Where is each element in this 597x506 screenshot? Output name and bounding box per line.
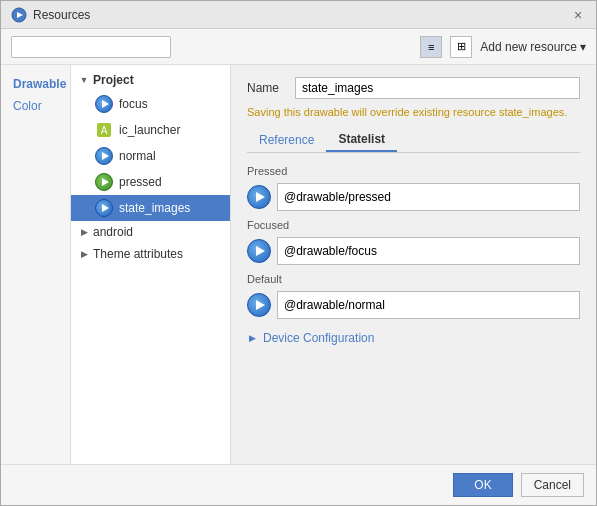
dialog-title: Resources (33, 8, 90, 22)
tabs: Reference Statelist (247, 128, 580, 153)
resources-icon (11, 7, 27, 23)
play-triangle-icon (102, 178, 109, 186)
list-view-button[interactable]: ≡ (420, 36, 442, 58)
default-input[interactable] (277, 291, 580, 319)
tree-theme-header[interactable]: ▶ Theme attributes (71, 243, 230, 265)
default-label: Default (247, 273, 580, 285)
tree-item-label: pressed (119, 175, 162, 189)
tree-item-state-images[interactable]: state_images (71, 195, 230, 221)
close-button[interactable]: × (570, 7, 586, 23)
tree-item-label: state_images (119, 201, 190, 215)
dialog-footer: OK Cancel (1, 464, 596, 505)
toolbar: ≡ ⊞ Add new resource ▾ (1, 29, 596, 65)
pressed-icon (95, 173, 113, 191)
theme-label: Theme attributes (93, 247, 183, 261)
title-bar: Resources × (1, 1, 596, 29)
left-panel: Drawable Color (1, 65, 71, 464)
tree-item-normal[interactable]: normal (71, 143, 230, 169)
pressed-input[interactable] (277, 183, 580, 211)
main-content: Drawable Color ▼ Project focus A (1, 65, 596, 464)
add-resource-label: Add new resource (480, 40, 577, 54)
ok-button[interactable]: OK (453, 473, 512, 497)
title-bar-left: Resources (11, 7, 90, 23)
tree-item-ic-launcher[interactable]: A ic_launcher (71, 117, 230, 143)
play-triangle-icon (102, 152, 109, 160)
name-label: Name (247, 81, 287, 95)
android-icon: A (95, 121, 113, 139)
grid-view-button[interactable]: ⊞ (450, 36, 472, 58)
tree-android-header[interactable]: ▶ android (71, 221, 230, 243)
play-triangle-icon (256, 192, 265, 202)
android-arrow-icon: ▶ (79, 227, 89, 237)
search-input[interactable] (11, 36, 171, 58)
tree-item-focus[interactable]: focus (71, 91, 230, 117)
tree-item-label: focus (119, 97, 148, 111)
theme-arrow-icon: ▶ (79, 249, 89, 259)
default-row (247, 291, 580, 319)
play-triangle-icon (102, 100, 109, 108)
tree-item-label: ic_launcher (119, 123, 180, 137)
tree-project-header[interactable]: ▼ Project (71, 69, 230, 91)
focused-input[interactable] (277, 237, 580, 265)
nav-drawable[interactable]: Drawable (1, 73, 70, 95)
project-arrow-icon: ▼ (79, 75, 89, 85)
tab-statelist[interactable]: Statelist (326, 128, 397, 152)
pressed-drawable-icon (247, 185, 271, 209)
focus-icon (95, 95, 113, 113)
nav-color[interactable]: Color (1, 95, 70, 117)
device-config-section[interactable]: ▶ Device Configuration (247, 327, 580, 349)
right-panel: Name Saving this drawable will override … (231, 65, 596, 464)
play-triangle-icon (102, 204, 109, 212)
svg-text:A: A (101, 125, 108, 136)
name-row: Name (247, 77, 580, 99)
pressed-label: Pressed (247, 165, 580, 177)
tree-item-pressed[interactable]: pressed (71, 169, 230, 195)
focused-row (247, 237, 580, 265)
play-triangle-icon (256, 300, 265, 310)
name-input[interactable] (295, 77, 580, 99)
add-resource-button[interactable]: Add new resource ▾ (480, 40, 586, 54)
focused-label: Focused (247, 219, 580, 231)
project-label: Project (93, 73, 134, 87)
android-label: android (93, 225, 133, 239)
warning-text: Saving this drawable will override exist… (247, 105, 580, 120)
device-config-label: Device Configuration (263, 331, 374, 345)
state-images-icon (95, 199, 113, 217)
resources-dialog: Resources × ≡ ⊞ Add new resource ▾ Drawa… (0, 0, 597, 506)
device-config-arrow-icon: ▶ (247, 333, 257, 343)
play-triangle-icon (256, 246, 265, 256)
add-resource-arrow: ▾ (580, 40, 586, 54)
focused-drawable-icon (247, 239, 271, 263)
tab-reference[interactable]: Reference (247, 128, 326, 152)
tree-item-label: normal (119, 149, 156, 163)
pressed-row (247, 183, 580, 211)
default-drawable-icon (247, 293, 271, 317)
tree-panel: ▼ Project focus A ic_launcher (71, 65, 231, 464)
normal-icon (95, 147, 113, 165)
cancel-button[interactable]: Cancel (521, 473, 584, 497)
